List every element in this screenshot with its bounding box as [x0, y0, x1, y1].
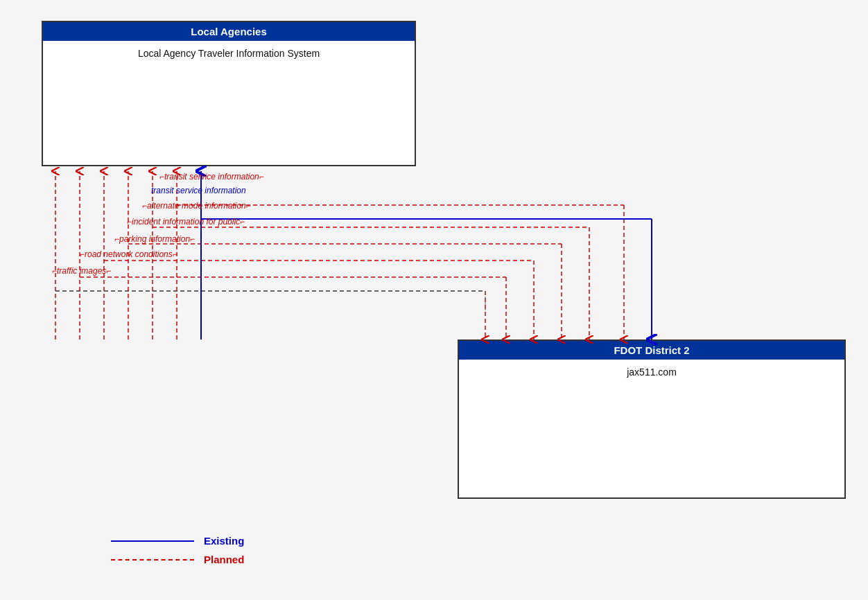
legend-existing-line	[111, 540, 194, 542]
fdot-content: jax511.com	[459, 360, 844, 385]
legend-planned: Planned	[111, 554, 244, 565]
fdot-box: FDOT District 2 jax511.com	[458, 339, 846, 499]
legend-planned-label: Planned	[204, 554, 244, 565]
local-agencies-box: Local Agencies Local Agency Traveler Inf…	[42, 21, 416, 166]
legend-existing-label: Existing	[204, 535, 244, 547]
legend-planned-line	[111, 559, 194, 561]
local-agencies-content: Local Agency Traveler Information System	[43, 41, 415, 66]
flow-label-parking-info: ⌐parking information⌐	[114, 234, 195, 244]
fdot-header: FDOT District 2	[459, 341, 844, 360]
flow-label-traffic-images: ⌐traffic images⌐	[52, 266, 111, 276]
flow-label-road-network: ⌐road network conditions⌐	[80, 249, 177, 259]
flow-label-transit-red: ⌐transit service information⌐	[159, 172, 264, 182]
local-agencies-header: Local Agencies	[43, 22, 415, 41]
legend: Existing Planned	[111, 535, 244, 572]
legend-existing: Existing	[111, 535, 244, 547]
diagram-container: Local Agencies Local Agency Traveler Inf…	[0, 0, 868, 600]
flow-label-incident-info: ⌐incident information for public⌐	[127, 217, 245, 227]
flow-label-alternate-mode: ⌐alternate mode information⌐	[142, 201, 251, 211]
flow-label-transit-blue: transit service information	[151, 186, 246, 195]
